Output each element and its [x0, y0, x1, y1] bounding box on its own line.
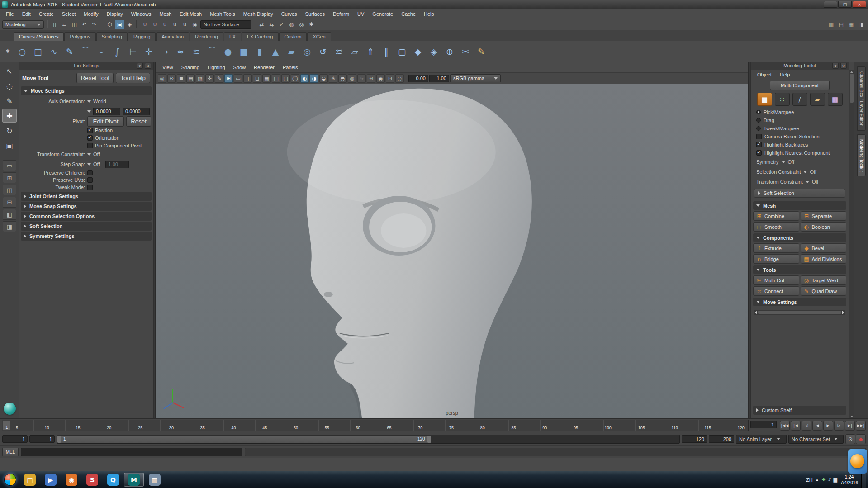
textured-button[interactable]: ◑: [310, 74, 318, 83]
pencil-curve-tool[interactable]: ✎: [62, 43, 77, 60]
construction-history-button[interactable]: ✓: [277, 20, 286, 29]
range-slider-track[interactable]: 1 120: [57, 435, 680, 444]
object-mode-button[interactable]: ■: [757, 93, 772, 106]
checkbox[interactable]: [87, 143, 93, 148]
collapsed-section-header[interactable]: Symmetry Settings: [21, 232, 152, 241]
head-model[interactable]: [156, 84, 748, 418]
nurbs-plane[interactable]: ▰: [284, 43, 299, 60]
radio-button[interactable]: [756, 126, 761, 131]
panel-close-icon[interactable]: ×: [840, 63, 847, 69]
viewport-menu-item[interactable]: Shading: [177, 65, 204, 70]
mel-toggle-button[interactable]: MEL: [2, 448, 19, 456]
panel-dock-icon[interactable]: ▾: [137, 63, 143, 69]
add-divisions-button[interactable]: ▦ Add Divisions: [801, 254, 847, 264]
checkbox[interactable]: [756, 142, 762, 147]
smooth-button[interactable]: ◻ Smooth: [753, 222, 799, 232]
snap-to-view-plane-button[interactable]: ∪: [180, 20, 190, 29]
vertex-mode-button[interactable]: ∷: [775, 93, 790, 106]
toolkit-menu-item[interactable]: Help: [776, 72, 794, 77]
current-frame-indicator[interactable]: 1: [3, 421, 10, 430]
playback-end-field[interactable]: 120: [682, 435, 707, 443]
checkbox[interactable]: [87, 185, 93, 190]
toolkit-menu-item[interactable]: Object: [754, 72, 775, 77]
detach-curves[interactable]: ⊢: [125, 43, 141, 60]
menu-item[interactable]: Surfaces: [301, 9, 329, 19]
media-player-taskbar-icon[interactable]: ▶: [41, 473, 61, 487]
current-time-field[interactable]: 1: [750, 421, 777, 428]
lock-camera-button[interactable]: ⊙: [167, 74, 176, 83]
nurbs-circle[interactable]: ○: [14, 43, 30, 60]
birail[interactable]: ∥: [379, 43, 394, 60]
network-tray-icon[interactable]: ▆: [834, 477, 837, 483]
bridge-button[interactable]: ∩ Bridge: [753, 254, 799, 264]
reset-tool-button[interactable]: Reset Tool: [76, 73, 114, 83]
shadows-button[interactable]: ◓: [338, 74, 347, 83]
menu-item[interactable]: Create: [35, 9, 58, 19]
use-default-material-button[interactable]: ◒: [319, 74, 328, 83]
connect-button[interactable]: ≍ Connect: [753, 286, 799, 296]
collapsed-section-header[interactable]: Common Selection Options: [21, 212, 152, 221]
sidebar-vertical-tab[interactable]: Modeling Toolkit: [857, 134, 866, 177]
panel-close-icon[interactable]: ×: [145, 63, 151, 69]
menu-item[interactable]: Display: [103, 9, 127, 19]
divider[interactable]: [253, 20, 255, 28]
checkbox-row[interactable]: Highlight Backfaces: [751, 141, 849, 149]
edge-mode-button[interactable]: ∕: [792, 93, 807, 106]
nurbs-torus[interactable]: ◎: [299, 43, 315, 60]
menu-item[interactable]: Select: [58, 9, 80, 19]
maya-sphere-icon[interactable]: [4, 403, 16, 415]
axis-y-field[interactable]: 0.0000: [123, 108, 150, 115]
taskbar-clock[interactable]: 1:24 7/4/2016: [840, 474, 858, 486]
save-scene-button[interactable]: ◫: [70, 20, 79, 29]
bevel[interactable]: ◆: [410, 43, 426, 60]
shaded-button[interactable]: ◐: [300, 74, 309, 83]
radio-row[interactable]: Tweak/Marquee: [751, 124, 849, 133]
move-settings-section-header[interactable]: Move Settings: [753, 298, 846, 306]
horizontal-scrollbar[interactable]: [754, 310, 845, 315]
bookmarks-button[interactable]: ▤: [186, 74, 195, 83]
two-pane-stacked-layout-button[interactable]: ⊟: [3, 197, 16, 208]
select-camera-button[interactable]: ◎: [158, 74, 166, 83]
lighting-button[interactable]: ✳: [329, 74, 337, 83]
curve-fillet[interactable]: ⌒: [204, 43, 220, 60]
playback-range-bar[interactable]: 1 120: [57, 436, 431, 443]
lasso-tool-button[interactable]: ◌: [2, 79, 17, 93]
volume-tray-icon[interactable]: ♪: [828, 477, 831, 483]
single-pane-layout-button[interactable]: ▭: [3, 160, 16, 171]
menu-item[interactable]: Mesh Tools: [206, 9, 239, 19]
play-forwards-button[interactable]: ▶: [823, 421, 833, 431]
undo-button[interactable]: ↶: [80, 20, 89, 29]
shelf-tab[interactable]: FX Caching: [242, 32, 278, 41]
hidden-icons-button[interactable]: ▴: [816, 477, 819, 483]
axis-orientation-dropdown[interactable]: World: [93, 99, 106, 104]
shelf-tab[interactable]: Animation: [156, 32, 189, 41]
xray-button[interactable]: ◌: [395, 74, 404, 83]
motion-blur-button[interactable]: ≈: [357, 74, 366, 83]
shelf-tab[interactable]: Polygons: [64, 32, 95, 41]
menu-item[interactable]: UV: [353, 9, 368, 19]
extend-curve[interactable]: →: [157, 43, 172, 60]
menu-item[interactable]: Mesh Display: [239, 9, 277, 19]
multi-component-button[interactable]: Multi-Component: [770, 81, 830, 90]
loft[interactable]: ≋: [331, 43, 346, 60]
collapsed-section-header[interactable]: Move Snap Settings: [21, 202, 152, 211]
field-chart-button[interactable]: ▦: [262, 74, 271, 83]
explorer-taskbar-icon[interactable]: ▤: [20, 473, 40, 487]
go-to-end-button[interactable]: ▶▶|: [856, 421, 866, 431]
input-connections-button[interactable]: ⇄: [257, 20, 266, 29]
attach-curves[interactable]: ∫: [109, 43, 125, 60]
separate-button[interactable]: ⊟ Separate: [801, 211, 847, 221]
viewport-menu-item[interactable]: Show: [229, 65, 250, 70]
rebuild-curve[interactable]: ≋: [189, 43, 204, 60]
maya-taskbar-icon[interactable]: M: [124, 473, 144, 487]
minimize-button[interactable]: –: [824, 1, 837, 8]
checkbox[interactable]: [87, 170, 93, 175]
camera-attributes-button[interactable]: ≡: [177, 74, 185, 83]
move-settings-section-header[interactable]: Move Settings: [21, 86, 152, 95]
selection-constraint-dropdown[interactable]: Off: [810, 169, 816, 175]
radio-row[interactable]: Drag: [751, 116, 849, 124]
toggle-modeling-toolkit-button[interactable]: ◨: [856, 20, 866, 29]
output-connections-button[interactable]: ⇆: [267, 20, 276, 29]
paint-selection-tool-button[interactable]: ✎: [2, 94, 17, 108]
render-settings-button[interactable]: ✱: [307, 20, 316, 29]
